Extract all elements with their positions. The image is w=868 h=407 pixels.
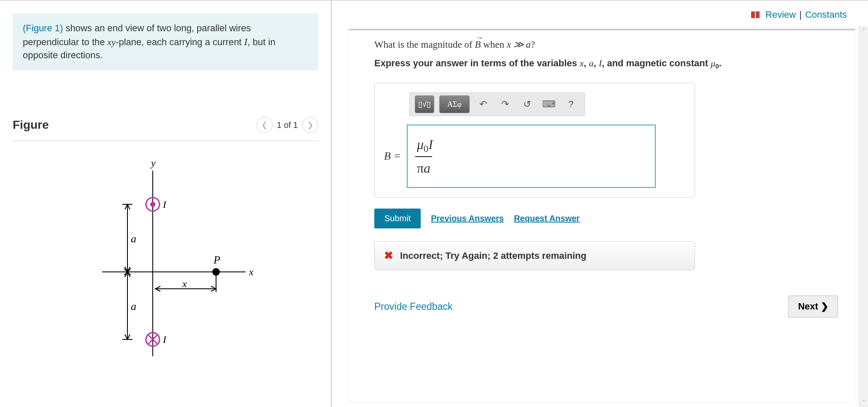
- bottom-row: Provide Feedback Next ❯: [374, 296, 838, 320]
- a-top-label: a: [131, 233, 136, 245]
- q-lead: What is the magnitude of: [374, 39, 475, 50]
- figure-prev-button[interactable]: ❮: [257, 117, 273, 133]
- answer-input[interactable]: μ0I πa: [407, 125, 656, 188]
- num-mu: μ: [417, 137, 424, 152]
- num-sub: 0: [424, 144, 428, 154]
- figure-link[interactable]: (Figure 1): [23, 23, 63, 33]
- figure-counter: 1 of 1: [277, 120, 298, 130]
- den-a: a: [424, 160, 430, 176]
- button-row: Submit Previous Answers Request Answer: [374, 209, 838, 228]
- P-label: P: [213, 254, 220, 266]
- y-axis-label: y: [150, 157, 156, 168]
- scroll-up-button[interactable]: ˄: [859, 26, 868, 35]
- q-mark: ?: [531, 39, 535, 50]
- top-links: Review | Constants: [349, 5, 855, 29]
- instr-c1: ,: [584, 58, 589, 68]
- provide-feedback-link[interactable]: Provide Feedback: [374, 301, 452, 312]
- x-axis-label: x: [249, 266, 254, 277]
- instr-c3: , and magnetic constant: [602, 58, 711, 68]
- answer-row: B = μ0I πa: [384, 125, 685, 188]
- num-I: I: [428, 137, 433, 152]
- instr-mu-sub: 0: [715, 62, 719, 70]
- answer-denominator: πa: [415, 156, 432, 176]
- x-dim-label: x: [182, 278, 187, 289]
- instr-mu: μ: [711, 58, 715, 68]
- review-link[interactable]: Review: [765, 9, 796, 20]
- instr-c2: ,: [594, 58, 599, 68]
- instr-v2: a: [589, 58, 594, 68]
- previous-answers-link[interactable]: Previous Answers: [431, 214, 504, 223]
- svg-point-3: [150, 202, 155, 207]
- xy-var: xy: [108, 37, 116, 47]
- scrollbar[interactable]: ˄ ˅: [859, 26, 868, 407]
- feedback-text: Incorrect; Try Again; 2 attempts remaini…: [400, 250, 587, 261]
- reset-button[interactable]: ↺: [519, 96, 535, 113]
- incorrect-icon: ✖: [384, 249, 393, 262]
- instruction-text: Express your answer in terms of the vari…: [374, 58, 838, 70]
- instr-lead: Express your answer in terms of the vari…: [374, 58, 580, 68]
- answer-fraction: μ0I πa: [415, 137, 435, 176]
- request-answer-link[interactable]: Request Answer: [514, 214, 580, 223]
- book-icon: [751, 11, 760, 18]
- den-pi: π: [417, 160, 424, 176]
- help-button[interactable]: ?: [562, 96, 579, 113]
- templates-button[interactable]: ▯√▯: [415, 95, 434, 113]
- right-pane: Review | Constants What is the magnitude…: [332, 1, 868, 407]
- instr-v1: x: [580, 58, 584, 68]
- problem-text-2: -plane, each carrying a current: [116, 37, 244, 47]
- left-pane: (Figure 1) shows an end view of two long…: [0, 1, 332, 407]
- figure-next-button[interactable]: ❯: [302, 117, 318, 133]
- question-text: What is the magnitude of →B when x ≫ a?: [374, 39, 838, 50]
- constants-link[interactable]: Constants: [805, 9, 847, 20]
- scroll-down-button[interactable]: ˅: [859, 398, 868, 407]
- equation-toolbar: ▯√▯ ΑΣφ ↶ ↷ ↺ ⌨ ?: [409, 92, 585, 116]
- a-bot-label: a: [131, 300, 136, 312]
- figure-title: Figure: [13, 118, 49, 132]
- I-bot-label: I: [162, 334, 167, 345]
- I-var: I: [244, 36, 248, 47]
- problem-statement: (Figure 1) shows an end view of two long…: [13, 14, 318, 71]
- keyboard-button[interactable]: ⌨: [541, 96, 557, 113]
- answer-label: B =: [384, 150, 401, 163]
- answer-card: ▯√▯ ΑΣφ ↶ ↷ ↺ ⌨ ? B = μ0I: [374, 83, 695, 198]
- q-cond: x ≫ a: [507, 39, 531, 50]
- figure-diagram: y x I I P a: [13, 154, 318, 365]
- main-container: (Figure 1) shows an end view of two long…: [0, 0, 868, 407]
- q-mid: when: [481, 39, 506, 50]
- undo-button[interactable]: ↶: [475, 96, 492, 113]
- instr-end: .: [719, 58, 722, 68]
- submit-button[interactable]: Submit: [374, 209, 421, 228]
- greek-button[interactable]: ΑΣφ: [439, 95, 470, 113]
- top-links-sep: |: [799, 9, 802, 20]
- feedback-box: ✖ Incorrect; Try Again; 2 attempts remai…: [374, 241, 695, 270]
- figure-header: Figure ❮ 1 of 1 ❯: [13, 117, 318, 141]
- answer-numerator: μ0I: [415, 137, 435, 156]
- question-area: What is the magnitude of →B when x ≫ a? …: [349, 29, 855, 403]
- next-button[interactable]: Next ❯: [788, 296, 838, 317]
- redo-button[interactable]: ↷: [497, 96, 514, 113]
- I-top-label: I: [162, 199, 167, 210]
- figure-nav: ❮ 1 of 1 ❯: [257, 117, 318, 133]
